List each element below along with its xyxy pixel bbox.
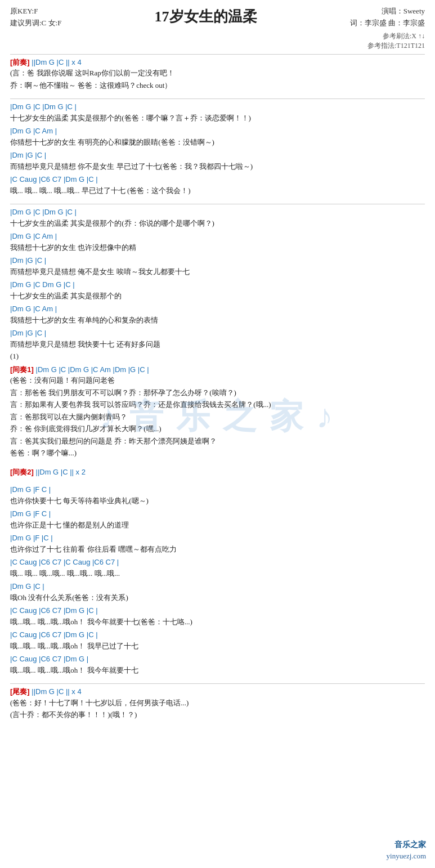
chord-line: [间奏1] |Dm G |C |Dm G |C Am |Dm |G |C |	[10, 364, 425, 375]
strumming-info: 参考刷法:X ↑↓ 参考指法:T121T121	[10, 32, 425, 51]
lyric-line: (爸爸：好！十七了啊！十七岁以后，任何男孩子电话...)	[10, 697, 425, 709]
lyric-line: 言：爸其实我们最想问的问题是 乔：昨天那个漂亮阿姨是谁啊？	[10, 436, 425, 447]
chord-text: |Dm G |C |Dm G |C Am |Dm |G |C |	[34, 365, 149, 374]
lyric-line: 而猜想毕竟只是猜想 我快要十七 还有好多问题	[10, 339, 425, 350]
right-info: 演唱：Sweety 词：李宗盛 曲：李宗盛	[350, 6, 425, 29]
lyric-line: 言：爸那我可以在大腿内侧刺青吗？	[10, 411, 425, 423]
chord-line: |Dm G |F |C |	[10, 533, 425, 544]
chord-line: |C Caug |C6 C7 |C Caug |C6 C7 |	[10, 557, 425, 568]
lyric-line: 而猜想毕竟只是猜想 俺不是女生 唉唷～我女儿都要十七	[10, 266, 425, 278]
lyric-line: 爸爸：啊？哪个嘛...)	[10, 448, 425, 459]
chord-line: |C Caug |C6 C7 |Dm G |C |	[10, 174, 425, 185]
lyric-line: 乔：啊～他不懂啦～ 爸爸：这很难吗？check out）	[10, 80, 425, 91]
lyric-line: (言十乔：都不关你的事！！！)(哦！？)	[10, 709, 425, 721]
strum-line2: 参考指法:T121T121	[10, 41, 425, 51]
lyric-line: 也许你快要十七 每天等待着毕业典礼(嗯～)	[10, 495, 425, 507]
lyric-line: 十七岁女生的温柔 其实是很那个的	[10, 290, 425, 302]
blank-line	[10, 460, 425, 464]
content-area: [前奏] ||Dm G |C || x 4(言：爸 我跟你说喔 这叫Rap你们以…	[10, 54, 425, 721]
chord-text: ||Dm G |C || x 4	[30, 58, 82, 66]
chord-line: |Dm G |C Am |	[10, 231, 425, 242]
chord-line: |Dm G |C Am |	[10, 303, 425, 315]
lyric-line: 哦...哦... 哦...哦...哦oh！ 我今年就要十七	[10, 665, 425, 676]
lyric-line: 我猜想十七岁的女生 有单纯的心和复杂的表情	[10, 315, 425, 326]
chord-line: |C Caug |C6 C7 |Dm G |	[10, 654, 425, 665]
lyric-line: (1)	[10, 351, 425, 362]
divider	[10, 683, 425, 684]
lyric-line: 哦...哦... 哦...哦...哦oh！ 我早已过了十七	[10, 641, 425, 652]
divider	[10, 99, 425, 99]
lyric-line: 十七岁女生的温柔 其实是很那个的(乔：你说的哪个是哪个啊？)	[10, 218, 425, 229]
chord-line: |C Caug |C6 C7 |Dm G |C |	[10, 605, 425, 616]
header-area: 原KEY:F 建议男调:C 女:F 17岁女生的温柔 演唱：Sweety 词：李…	[10, 6, 425, 29]
chord-text: ||Dm G |C || x 4	[30, 687, 82, 696]
section-label: [前奏]	[10, 58, 30, 66]
section-label: [尾奏]	[10, 687, 30, 696]
chord-text: ||Dm G |C || x 2	[34, 468, 86, 476]
lyric-line: 也许你正是十七 懂的都是别人的道理	[10, 520, 425, 531]
lyric-line: 你猜想十七岁的女生 有明亮的心和朦胧的眼睛(爸爸：没错啊～)	[10, 137, 425, 148]
chord-line: |Dm |G |C |	[10, 255, 425, 266]
lyricist-label: 词：李宗盛 曲：李宗盛	[350, 17, 425, 29]
chord-line: |Dm |G |C |	[10, 150, 425, 161]
chord-line: |Dm G |F C |	[10, 484, 425, 495]
chord-line: |Dm G |F C |	[10, 508, 425, 520]
lyric-line: 哦...哦... 哦...哦...哦oh！ 我今年就要十七(爸爸：十七咯...)	[10, 616, 425, 628]
lyric-line: 哦... 哦... 哦...哦... 哦...哦... 哦...哦...	[10, 568, 425, 579]
singer-label: 演唱：Sweety	[350, 6, 425, 17]
lyric-line: (爸爸：没有问题！有问题问老爸	[10, 375, 425, 386]
chord-line: |Dm G |C Dm G |C |	[10, 279, 425, 290]
blank-line	[10, 92, 425, 96]
strum-line1: 参考刷法:X ↑↓	[10, 32, 425, 41]
lyric-line: (言：爸 我跟你说喔 这叫Rap你们以前一定没有吧！	[10, 68, 425, 79]
lyric-line: 乔：爸 你到底觉得我们几岁才算长大啊？(嘿...)	[10, 423, 425, 435]
chord-line: |C Caug |C6 C7 |Dm G |C |	[10, 629, 425, 641]
blank-line	[10, 197, 425, 202]
lyric-line: 而猜想毕竟只是猜想 你不是女生 早已过了十七(爸爸：我？我都四十七啦～)	[10, 161, 425, 172]
chord-line: [前奏] ||Dm G |C || x 4	[10, 57, 425, 68]
key-original: 原KEY:F	[10, 6, 61, 17]
logo-url: yinyuezj.com	[387, 851, 426, 862]
lyric-line: 哦Oh 没有什么关系(爸爸：没有关系)	[10, 592, 425, 603]
page: 原KEY:F 建议男调:C 女:F 17岁女生的温柔 演唱：Sweety 词：李…	[0, 0, 435, 868]
lyric-line: 言：那爸爸 我们男朋友可不可以啊？乔：那怀孕了怎么办呀？(唉唷？)	[10, 387, 425, 399]
blank-line	[10, 677, 425, 681]
lyric-line: 我猜想十七岁的女生 也许没想像中的精	[10, 242, 425, 253]
section-label: [间奏1]	[10, 365, 34, 374]
chord-line: |Dm |G |C |	[10, 328, 425, 339]
logo-site-name: 音乐之家	[387, 839, 426, 851]
chord-line: [尾奏] ||Dm G |C || x 4	[10, 686, 425, 697]
chord-line: |Dm G |C |	[10, 581, 425, 592]
chord-line: |Dm G |C |Dm G |C |	[10, 207, 425, 218]
song-title: 17岁女生的温柔	[61, 6, 349, 26]
divider	[10, 204, 425, 204]
lyric-line: 言：那如果有人要包养我 我可以答应吗？乔：还是你直接给我钱去买名牌？(哦...)	[10, 399, 425, 410]
divider	[10, 54, 425, 55]
logo-bottom: 音乐之家 yinyuezj.com	[387, 839, 426, 862]
chord-line: |Dm G |C |Dm G |C |	[10, 101, 425, 113]
chord-line: |Dm G |C Am |	[10, 126, 425, 137]
chord-line: [间奏2] ||Dm G |C || x 2	[10, 467, 425, 478]
lyric-line: 也许你过了十七 往前看 你往后看 嘿嘿～都有点吃力	[10, 544, 425, 555]
blank-line	[10, 477, 425, 482]
key-info: 原KEY:F 建议男调:C 女:F	[10, 6, 61, 29]
lyric-line: 十七岁女生的温柔 其实是很那个的(爸爸：哪个嘛？言＋乔：谈恋爱啊！！)	[10, 113, 425, 124]
section-label: [间奏2]	[10, 468, 34, 476]
key-suggestion: 建议男调:C 女:F	[10, 17, 61, 29]
lyric-line: 哦... 哦... 哦... 哦...哦... 早已过了十七 (爸爸：这个我会！…	[10, 185, 425, 196]
